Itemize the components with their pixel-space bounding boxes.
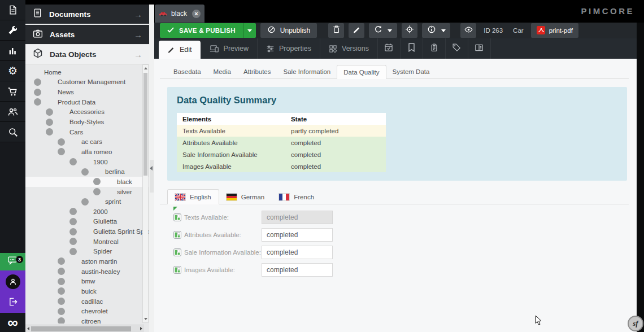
tree-expander-icon[interactable] [46,119,53,126]
tree-expander-icon[interactable] [69,238,77,245]
delete-button[interactable] [328,23,344,38]
tree-item[interactable]: Cars [25,127,149,137]
content-tab[interactable]: Attributes [237,65,277,79]
content-tab[interactable]: System Data [386,65,436,79]
content-tab[interactable]: Basedata [167,65,207,79]
tree-item[interactable]: Accessories [25,107,149,117]
rail-settings-button[interactable]: ⚙ [0,61,25,81]
tree-item[interactable]: alfa romeo [25,147,149,157]
tree-expander-icon[interactable] [69,158,77,165]
tree-vertical-scrollbar[interactable] [142,64,149,323]
locate-in-tree-button[interactable] [402,23,417,38]
tree-expander-icon[interactable] [34,78,41,86]
tree-item[interactable]: ac cars [25,137,149,147]
save-publish-button[interactable]: SAVE & PUBLISH [160,23,256,38]
tree-item[interactable]: aston martin [25,256,149,267]
rail-reports-button[interactable] [0,41,25,61]
tree-expander-icon[interactable] [69,228,77,235]
rail-user-button[interactable] [0,270,25,292]
field-value-input[interactable]: completed [262,211,333,224]
tree-item[interactable]: Montreal [25,237,149,247]
tree-expander-icon[interactable] [58,317,65,324]
language-tab[interactable]: German [219,189,272,204]
scroll-up-icon[interactable] [144,67,147,69]
scroll-left-icon[interactable] [27,327,29,330]
tree-expander-icon[interactable] [46,108,53,116]
content-tab[interactable]: Data Quality [337,65,386,79]
tree-item[interactable]: Product Data [25,97,149,107]
tab-layout[interactable] [468,38,491,59]
tree-item[interactable]: buick [25,286,149,296]
tree-expander-icon[interactable] [58,148,65,155]
tree-expander-icon[interactable] [58,308,65,315]
view-tab[interactable]: Preview [201,38,258,59]
rail-notifications-button[interactable]: 3 [0,253,25,270]
content-tab[interactable]: Sale Information [277,65,337,79]
rail-customers-button[interactable] [0,102,25,122]
reload-button[interactable] [369,23,397,38]
collapse-panel-icon[interactable] [150,166,153,171]
tree-item[interactable]: berlina [25,167,149,177]
tree-expander-icon[interactable] [58,287,65,295]
rail-tools-button[interactable] [0,20,25,41]
scrollbar-thumb[interactable] [31,326,131,331]
info-dropdown-icon[interactable] [441,29,446,32]
rail-logout-button[interactable] [0,292,25,313]
rail-ecommerce-button[interactable] [0,81,25,102]
tree-item[interactable]: chevrolet [25,306,149,316]
tree-expander-icon[interactable] [69,248,77,255]
tab-notes[interactable] [423,38,446,59]
tree-item[interactable]: Giulietta [25,217,149,227]
tree-item[interactable]: News [25,87,149,97]
tree-expander-icon[interactable] [81,168,89,176]
language-tab[interactable]: French [272,189,321,204]
tree-expander-icon[interactable] [58,298,65,305]
tree-expander-icon[interactable] [58,268,65,275]
scrollbar-thumb[interactable] [143,73,147,176]
info-button[interactable] [422,23,450,38]
rail-documents-button[interactable] [0,0,25,20]
tree-expander-icon[interactable] [58,278,65,285]
tree-horizontal-scrollbar[interactable] [25,325,144,332]
accordion-data-objects[interactable]: Data Objects → [25,45,149,64]
tab-black[interactable]: black × [155,5,204,23]
tree-item[interactable]: 1900 [25,157,149,167]
tree-expander-icon[interactable] [69,208,77,215]
tree-item[interactable]: bmw [25,276,149,286]
language-tab[interactable]: English [167,189,219,204]
tree-expander-icon[interactable] [81,198,89,206]
tree-item[interactable]: Customer Management [25,77,149,88]
tree-item[interactable]: austin-healey [25,267,149,277]
accordion-documents[interactable]: Documents → [25,5,149,24]
tree-expander-icon[interactable] [46,128,53,136]
content-tab[interactable]: Media [207,65,237,79]
save-options-dropdown[interactable] [243,23,256,38]
scroll-right-icon[interactable] [140,327,142,330]
tree-item[interactable]: cadillac [25,296,149,307]
view-tab[interactable]: Properties [258,38,320,59]
tree-expander-icon[interactable] [58,138,65,146]
field-value-input[interactable]: completed [262,263,333,277]
unpublish-button[interactable]: Unpublish [260,23,317,38]
print-pdf-button[interactable]: print-pdf [531,23,578,38]
tree-expander-icon[interactable] [34,98,41,106]
tree-expander-icon[interactable] [34,89,41,96]
tab-schedule[interactable] [378,38,401,59]
tree-item[interactable]: citroen [25,316,149,324]
open-preview-button[interactable] [460,23,476,38]
close-tab-icon[interactable]: × [192,10,201,18]
symfony-debug-badge[interactable]: sf [628,316,643,331]
accordion-assets[interactable]: Assets → [25,25,149,44]
rail-search-button[interactable] [0,122,25,142]
tree-item[interactable]: sprint [25,196,149,207]
field-value-input[interactable]: completed [262,228,333,242]
reload-dropdown-icon[interactable] [388,29,392,32]
tree-expander-icon[interactable] [69,218,77,225]
tree-item[interactable]: silver [25,187,149,197]
view-tab[interactable]: Edit [159,41,201,59]
view-tab[interactable]: Versions [320,38,378,59]
tree-expander-icon[interactable] [93,188,101,195]
tree-item[interactable]: 2000 [25,207,149,217]
tree-item[interactable]: Spider [25,247,149,257]
pimcore-logo-icon[interactable]: ∞ [0,313,25,332]
